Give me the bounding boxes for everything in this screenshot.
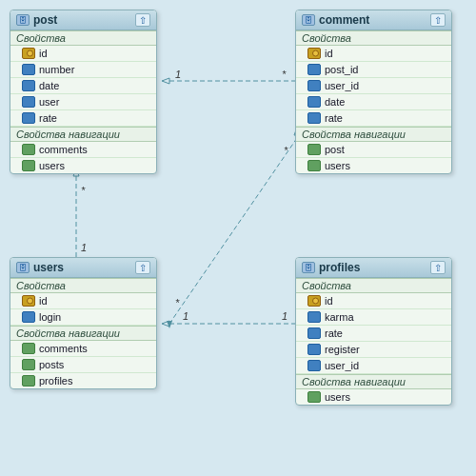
users-field-id: id: [10, 293, 156, 309]
profiles-field-register: register: [296, 342, 451, 358]
post-field-id: id: [10, 46, 156, 62]
svg-marker-16: [162, 321, 169, 327]
entity-profiles: 🗄 profiles ⇧ Свойства id karma rate regi…: [295, 257, 452, 406]
users-profiles-nav-icon: [22, 375, 35, 387]
post-db-icon: 🗄: [16, 14, 30, 26]
users-nav-profiles: profiles: [10, 373, 156, 388]
entity-users: 🗄 users ⇧ Свойства id login Свойства нав…: [10, 257, 157, 389]
diagram-canvas: 1 * * 1 * * 1 1 🗄 post ⇧ Свойства: [0, 0, 476, 476]
comment-users-nav-icon: [307, 160, 321, 171]
comment-nav-users: users: [296, 158, 451, 173]
profiles-field-karma: karma: [296, 309, 451, 326]
post-field-rate: rate: [10, 110, 156, 127]
post-comments-nav-icon: [22, 144, 35, 155]
svg-text:*: *: [282, 69, 287, 80]
post-properties-header: Свойства: [10, 30, 156, 46]
users-title: users: [33, 261, 64, 274]
profiles-field-id: id: [296, 293, 451, 309]
users-collapse-btn[interactable]: ⇧: [135, 261, 150, 274]
profiles-title: profiles: [319, 261, 360, 274]
comment-field-id: id: [296, 46, 451, 62]
comment-nav-header: Свойства навигации: [296, 127, 451, 142]
comment-post-nav-icon: [307, 144, 321, 155]
profiles-user-id-field-icon: [307, 360, 321, 371]
comment-post-id-field-icon: [307, 64, 321, 75]
svg-text:1: 1: [183, 310, 188, 322]
svg-text:*: *: [284, 145, 288, 156]
post-field-number: number: [10, 62, 156, 78]
svg-line-10: [169, 138, 297, 324]
comment-properties-header: Свойства: [296, 30, 451, 46]
profiles-karma-field-icon: [307, 311, 321, 323]
svg-text:1: 1: [175, 69, 181, 80]
profiles-db-icon: 🗄: [302, 262, 315, 273]
post-field-date: date: [10, 78, 156, 94]
post-id-key-icon: [22, 48, 35, 59]
post-nav-header: Свойства навигации: [10, 127, 156, 142]
users-nav-posts: posts: [10, 357, 156, 373]
comment-field-post-id: post_id: [296, 62, 451, 78]
comment-collapse-btn[interactable]: ⇧: [430, 13, 446, 27]
profiles-users-nav-icon: [307, 391, 321, 403]
post-number-field-icon: [22, 64, 35, 75]
entity-comment: 🗄 comment ⇧ Свойства id post_id user_id …: [295, 10, 452, 174]
entity-comment-header: 🗄 comment ⇧: [296, 10, 451, 30]
entity-profiles-header-left: 🗄 profiles: [302, 261, 360, 274]
svg-marker-11: [167, 321, 172, 328]
entity-users-header: 🗄 users ⇧: [10, 258, 156, 278]
post-title: post: [33, 13, 57, 27]
svg-text:1: 1: [282, 310, 288, 322]
comment-field-user-id: user_id: [296, 78, 451, 94]
users-nav-comments: comments: [10, 341, 156, 357]
comment-id-key-icon: [307, 48, 321, 59]
post-collapse-btn[interactable]: ⇧: [135, 13, 150, 27]
post-date-field-icon: [22, 80, 35, 91]
post-users-nav-icon: [22, 160, 35, 171]
entity-profiles-header: 🗄 profiles ⇧: [296, 258, 451, 278]
profiles-field-user-id: user_id: [296, 358, 451, 374]
profiles-register-field-icon: [307, 344, 321, 355]
profiles-collapse-btn[interactable]: ⇧: [430, 261, 446, 274]
users-db-icon: 🗄: [16, 262, 30, 273]
post-user-field-icon: [22, 96, 35, 108]
entity-post: 🗄 post ⇧ Свойства id number date user ra…: [10, 10, 157, 174]
users-field-login: login: [10, 309, 156, 326]
post-nav-comments: comments: [10, 142, 156, 158]
post-field-user: user: [10, 94, 156, 110]
users-posts-nav-icon: [22, 359, 35, 370]
comment-field-date: date: [296, 94, 451, 110]
users-login-field-icon: [22, 311, 35, 323]
profiles-field-rate: rate: [296, 326, 451, 342]
post-rate-field-icon: [22, 112, 35, 124]
svg-text:*: *: [81, 185, 86, 196]
comment-db-icon: 🗄: [302, 14, 315, 26]
comment-title: comment: [319, 13, 369, 27]
svg-text:1: 1: [81, 242, 87, 253]
entity-post-header-left: 🗄 post: [16, 13, 57, 27]
post-nav-users: users: [10, 158, 156, 173]
profiles-properties-header: Свойства: [296, 278, 451, 293]
comment-nav-post: post: [296, 142, 451, 158]
profiles-nav-header: Свойства навигации: [296, 374, 451, 389]
users-id-key-icon: [22, 295, 35, 307]
entity-users-header-left: 🗄 users: [16, 261, 64, 274]
users-comments-nav-icon: [22, 343, 35, 354]
comment-rate-field-icon: [307, 112, 321, 124]
svg-text:*: *: [175, 297, 180, 308]
profiles-id-key-icon: [307, 295, 321, 307]
comment-user-id-field-icon: [307, 80, 321, 91]
profiles-nav-users: users: [296, 389, 451, 405]
svg-marker-2: [162, 78, 169, 84]
profiles-rate-field-icon: [307, 327, 321, 339]
entity-comment-header-left: 🗄 comment: [302, 13, 369, 27]
comment-date-field-icon: [307, 96, 321, 108]
comment-field-rate: rate: [296, 110, 451, 127]
entity-post-header: 🗄 post ⇧: [10, 10, 156, 30]
users-properties-header: Свойства: [10, 278, 156, 293]
users-nav-header: Свойства навигации: [10, 326, 156, 341]
